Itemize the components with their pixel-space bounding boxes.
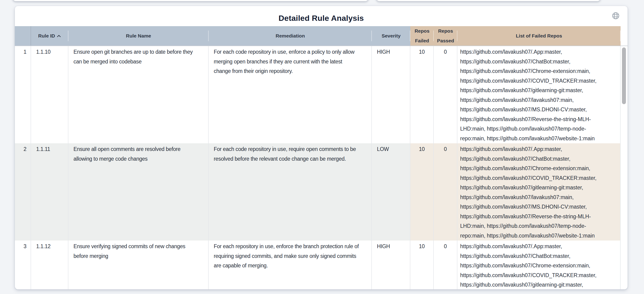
cell-repos-passed: 0 [434,241,458,289]
table-row: 1 1.1.10 Ensure open git branches are up… [15,46,620,143]
cell-remediation: For each code repository in use, enforce… [209,46,372,143]
header-rule-name[interactable]: Rule Name [68,26,209,46]
upper-card-right-edge [376,0,600,1]
header-repos-failed[interactable]: Repos Failed [410,26,434,46]
detailed-rule-analysis-card: Detailed Rule Analysis Rule ID Rule Name… [15,6,628,289]
cell-row-number: 1 [15,46,31,143]
cell-failed-repos-list: https://github.com/lavakush07/.App:maste… [458,241,620,289]
vertical-scrollbar-thumb[interactable] [622,47,626,104]
cell-repos-failed: 10 [410,46,434,143]
sort-ascending-icon [56,34,61,37]
page-title: Detailed Rule Analysis [15,14,628,23]
header-severity[interactable]: Severity [372,26,410,46]
cell-failed-repos-list: https://github.com/lavakush07/.App:maste… [458,143,620,241]
upper-card-left-edge [13,0,368,1]
header-row-number [15,26,31,46]
cell-severity: LOW [372,143,410,241]
cell-repos-failed: 10 [410,143,434,241]
table-header-row: Rule ID Rule Name Remediation Severity R… [15,26,620,46]
cell-repos-passed: 0 [434,143,458,241]
cell-row-number: 2 [15,143,31,241]
table-row: 3 1.1.12 Ensure verifying signed commits… [15,241,620,289]
cell-rule-name: Ensure all open comments are resolved be… [68,143,209,241]
table-body: 1 1.1.10 Ensure open git branches are up… [15,46,620,289]
cell-rule-name: Ensure open git branches are up to date … [68,46,209,143]
cell-severity: HIGH [372,241,410,289]
cell-rule-id: 1.1.10 [31,46,68,143]
globe-icon[interactable] [612,12,620,20]
cell-row-number: 3 [15,241,31,289]
cell-rule-name: Ensure verifying signed commits of new c… [68,241,209,289]
cell-repos-passed: 0 [434,46,458,143]
header-rule-id[interactable]: Rule ID [31,26,68,46]
table-row: 2 1.1.11 Ensure all open comments are re… [15,143,620,241]
cell-failed-repos-list: https://github.com/lavakush07/.App:maste… [458,46,620,143]
header-remediation[interactable]: Remediation [209,26,372,46]
cell-severity: HIGH [372,46,410,143]
cell-remediation: For each repository in use, enforce the … [209,241,372,289]
header-rule-id-label: Rule ID [38,31,55,41]
cell-repos-failed: 10 [410,241,434,289]
cell-rule-id: 1.1.11 [31,143,68,241]
header-list-of-failed-repos[interactable]: List of Failed Repos [458,26,620,46]
header-repos-passed[interactable]: Repos Passed [434,26,458,46]
cell-rule-id: 1.1.12 [31,241,68,289]
cell-remediation: For each code repository in use, require… [209,143,372,241]
